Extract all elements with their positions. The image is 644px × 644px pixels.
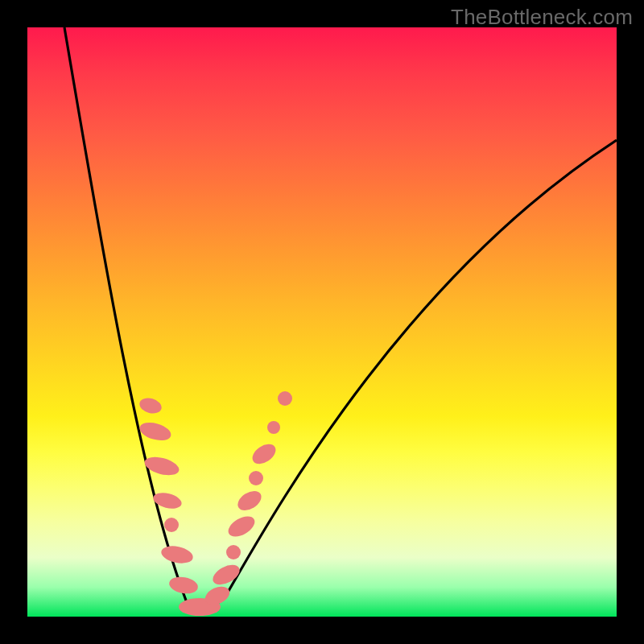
curve-layer <box>27 27 617 617</box>
svg-point-11 <box>225 512 258 540</box>
svg-point-15 <box>267 421 280 434</box>
svg-point-6 <box>168 575 200 596</box>
curve-right-branch <box>200 140 617 612</box>
svg-point-13 <box>249 471 263 485</box>
curve-left-branch <box>64 27 200 612</box>
svg-point-5 <box>159 543 194 566</box>
svg-point-1 <box>138 419 173 444</box>
plot-area <box>27 27 617 617</box>
chart-frame: TheBottleneck.com <box>0 0 644 644</box>
svg-point-12 <box>234 487 265 514</box>
highlight-points <box>138 391 292 616</box>
svg-point-16 <box>278 391 292 406</box>
svg-point-14 <box>249 440 279 468</box>
svg-point-4 <box>164 518 179 532</box>
watermark-text: TheBottleneck.com <box>451 5 633 30</box>
svg-point-10 <box>226 545 241 559</box>
svg-point-0 <box>138 395 163 415</box>
svg-point-9 <box>209 561 242 589</box>
